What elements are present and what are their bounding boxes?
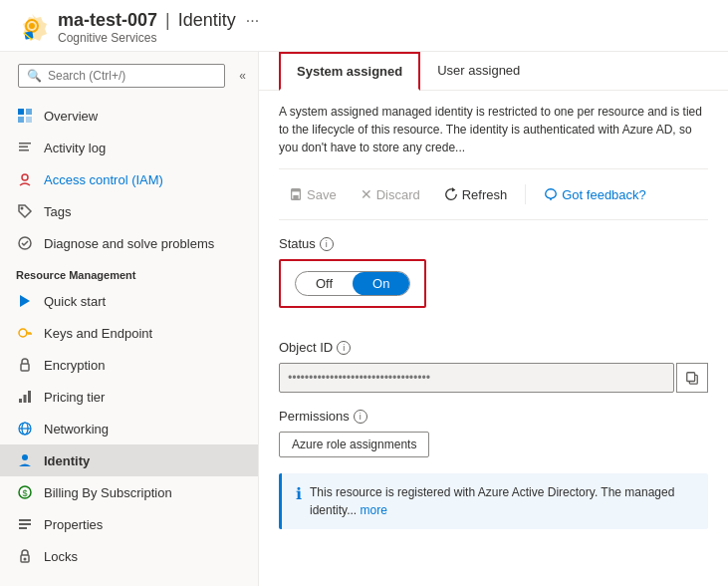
keys-label: Keys and Endpoint: [44, 326, 152, 341]
toggle-on[interactable]: On: [353, 272, 409, 295]
properties-label: Properties: [44, 517, 103, 532]
sidebar-item-networking[interactable]: Networking: [0, 413, 258, 444]
search-input[interactable]: [48, 69, 216, 83]
sidebar-item-locks[interactable]: Locks: [0, 540, 258, 572]
overview-label: Overview: [44, 109, 98, 124]
svg-rect-17: [21, 364, 29, 371]
sidebar-item-diagnose[interactable]: Diagnose and solve problems: [0, 227, 258, 259]
info-banner-icon: ℹ: [296, 484, 302, 503]
save-button[interactable]: Save: [279, 182, 347, 207]
svg-point-13: [21, 207, 24, 210]
object-id-input[interactable]: [279, 363, 674, 393]
info-banner-more-link[interactable]: more: [360, 503, 386, 517]
azure-role-assignments-button[interactable]: Azure role assignments: [279, 432, 429, 457]
feedback-icon: [544, 187, 558, 201]
identity-icon: [16, 451, 34, 469]
svg-rect-7: [18, 117, 24, 123]
svg-rect-10: [19, 146, 28, 148]
quick-start-icon: [16, 292, 34, 310]
save-icon: [289, 187, 303, 201]
pricing-tier-label: Pricing tier: [44, 390, 105, 405]
overview-icon: [16, 107, 34, 125]
svg-rect-18: [19, 399, 22, 403]
sidebar-item-overview[interactable]: Overview: [0, 100, 258, 132]
svg-text:$: $: [23, 488, 28, 498]
sidebar-item-pricing-tier[interactable]: Pricing tier: [0, 381, 258, 413]
svg-marker-35: [452, 187, 456, 191]
svg-point-3: [29, 23, 35, 29]
svg-rect-5: [18, 109, 24, 115]
quick-start-label: Quick start: [44, 294, 106, 309]
sidebar-item-properties[interactable]: Properties: [0, 508, 258, 540]
svg-marker-15: [20, 295, 30, 307]
svg-rect-20: [28, 391, 31, 403]
status-toggle-box: Off On: [279, 259, 426, 308]
networking-label: Networking: [44, 422, 109, 437]
svg-rect-11: [19, 149, 29, 151]
properties-icon: [16, 515, 34, 533]
permissions-section: Permissions i Azure role assignments: [279, 409, 708, 457]
locks-label: Locks: [44, 549, 78, 564]
resource-name: ma-test-007: [58, 10, 157, 31]
activity-log-label: Activity log: [44, 141, 106, 155]
svg-point-12: [22, 174, 28, 180]
resource-management-section: Resource Management: [0, 259, 258, 285]
tags-icon: [16, 202, 34, 220]
svg-rect-19: [24, 395, 27, 403]
discard-button[interactable]: ✕ Discard: [351, 181, 430, 207]
info-banner: ℹ This resource is registered with Azure…: [279, 473, 708, 529]
copy-icon: [685, 371, 699, 385]
more-options-dots[interactable]: ···: [246, 12, 259, 30]
diagnose-icon: [16, 234, 34, 252]
sidebar-item-access-control[interactable]: Access control (IAM): [0, 163, 258, 195]
feedback-button[interactable]: Got feedback?: [534, 182, 656, 207]
object-id-info-icon[interactable]: i: [337, 341, 351, 355]
copy-object-id-button[interactable]: [676, 363, 708, 393]
svg-rect-6: [26, 109, 32, 115]
resource-icon: [16, 10, 48, 42]
sidebar-item-keys[interactable]: Keys and Endpoint: [0, 317, 258, 349]
billing-icon: $: [16, 483, 34, 501]
diagnose-label: Diagnose and solve problems: [44, 236, 214, 251]
svg-rect-8: [26, 117, 32, 123]
svg-rect-27: [19, 519, 31, 521]
sidebar-item-tags[interactable]: Tags: [0, 195, 258, 227]
svg-point-24: [22, 454, 28, 460]
tab-system-assigned[interactable]: System assigned: [279, 52, 420, 91]
activity-log-icon: [16, 139, 34, 156]
sidebar-item-activity-log[interactable]: Activity log: [0, 132, 258, 163]
tags-label: Tags: [44, 204, 71, 219]
sidebar-item-quick-start[interactable]: Quick start: [0, 285, 258, 317]
sidebar-item-encryption[interactable]: Encryption: [0, 349, 258, 381]
identity-label: Identity: [44, 453, 90, 468]
refresh-button[interactable]: Refresh: [434, 182, 518, 207]
collapse-sidebar-button[interactable]: «: [235, 67, 250, 85]
content-description: A system assigned managed identity is re…: [279, 103, 708, 169]
resource-header: ma-test-007 | Identity ··· Cognitive Ser…: [0, 0, 728, 52]
toggle-off[interactable]: Off: [296, 272, 353, 295]
status-info-icon[interactable]: i: [320, 237, 334, 251]
tab-bar: System assigned User assigned: [259, 52, 728, 91]
billing-label: Billing By Subscription: [44, 485, 172, 500]
sidebar-item-identity[interactable]: Identity: [0, 444, 258, 476]
toolbar-divider: [525, 184, 526, 204]
object-id-label: Object ID i: [279, 340, 708, 355]
encryption-icon: [16, 356, 34, 374]
keys-icon: [16, 324, 34, 342]
status-toggle: Off On: [295, 271, 410, 296]
refresh-icon: [444, 187, 458, 201]
sidebar: 🔍 « Overview Activity log Access control…: [0, 52, 259, 586]
service-name: Cognitive Services: [58, 31, 259, 45]
discard-icon: ✕: [361, 186, 372, 202]
cognitive-services-icon: [16, 10, 48, 42]
svg-rect-34: [293, 195, 298, 199]
toolbar: Save ✕ Discard Refresh Got feedback?: [279, 181, 708, 220]
tab-user-assigned[interactable]: User assigned: [420, 52, 537, 91]
status-label: Status i: [279, 236, 708, 251]
networking-icon: [16, 420, 34, 438]
encryption-label: Encryption: [44, 358, 105, 373]
svg-rect-29: [19, 527, 27, 529]
status-section: Status i Off On: [279, 236, 708, 324]
permissions-info-icon[interactable]: i: [354, 410, 367, 424]
sidebar-item-billing[interactable]: $ Billing By Subscription: [0, 476, 258, 508]
